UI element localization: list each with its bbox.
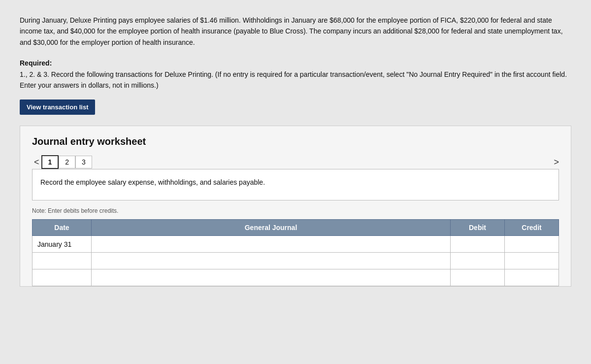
nav-right-button[interactable]: > (554, 157, 559, 167)
note-text: Note: Enter debits before credits. (32, 207, 559, 214)
view-transaction-button[interactable]: View transaction list (20, 99, 95, 115)
debit-cell-2[interactable] (451, 253, 505, 269)
instruction-box: Record the employee salary expense, with… (32, 169, 559, 200)
credit-input-3[interactable] (510, 274, 554, 282)
debit-cell-3[interactable] (451, 269, 505, 286)
journal-cell-3[interactable] (92, 269, 451, 286)
credit-cell-2[interactable] (505, 253, 559, 269)
debit-cell-1[interactable] (451, 236, 505, 253)
tab-1-button[interactable]: 1 (41, 155, 59, 169)
table-header-row: Date General Journal Debit Credit (33, 220, 559, 236)
required-instruction: 1., 2. & 3. Record the following transac… (20, 70, 567, 89)
tab-3-button[interactable]: 3 (75, 156, 92, 168)
required-section: Required: 1., 2. & 3. Record the followi… (20, 58, 571, 91)
date-cell-2 (33, 253, 92, 269)
journal-cell-2[interactable] (92, 253, 451, 269)
debit-input-2[interactable] (456, 257, 499, 265)
journal-input-3[interactable] (97, 274, 445, 282)
header-debit: Debit (451, 220, 505, 236)
debit-input-1[interactable] (456, 240, 499, 248)
credit-cell-1[interactable] (505, 236, 559, 253)
table-row (33, 269, 559, 286)
worksheet-instruction: Record the employee salary expense, with… (40, 178, 265, 186)
debit-input-3[interactable] (456, 274, 499, 282)
date-cell-3 (33, 269, 92, 286)
credit-cell-3[interactable] (505, 269, 559, 286)
worksheet-title: Journal entry worksheet (32, 136, 559, 147)
table-row (33, 253, 559, 269)
journal-cell-1[interactable] (92, 236, 451, 253)
journal-input-1[interactable] (97, 240, 445, 248)
credit-input-2[interactable] (510, 257, 554, 265)
journal-table: Date General Journal Debit Credit Januar… (32, 219, 559, 286)
header-date: Date (33, 220, 92, 236)
tab-navigation: < 1 2 3 > (32, 155, 559, 169)
required-label: Required: (20, 59, 52, 67)
header-credit: Credit (505, 220, 559, 236)
table-row: January 31 (33, 236, 559, 253)
journal-input-2[interactable] (97, 257, 445, 265)
nav-left-button[interactable]: < (32, 157, 41, 167)
date-cell-1: January 31 (33, 236, 92, 253)
credit-input-1[interactable] (510, 240, 554, 248)
intro-paragraph: During January, Deluxe Printing pays emp… (20, 15, 571, 48)
tab-2-button[interactable]: 2 (59, 156, 75, 168)
header-journal: General Journal (92, 220, 451, 236)
worksheet-container: Journal entry worksheet < 1 2 3 > Record… (20, 126, 571, 287)
